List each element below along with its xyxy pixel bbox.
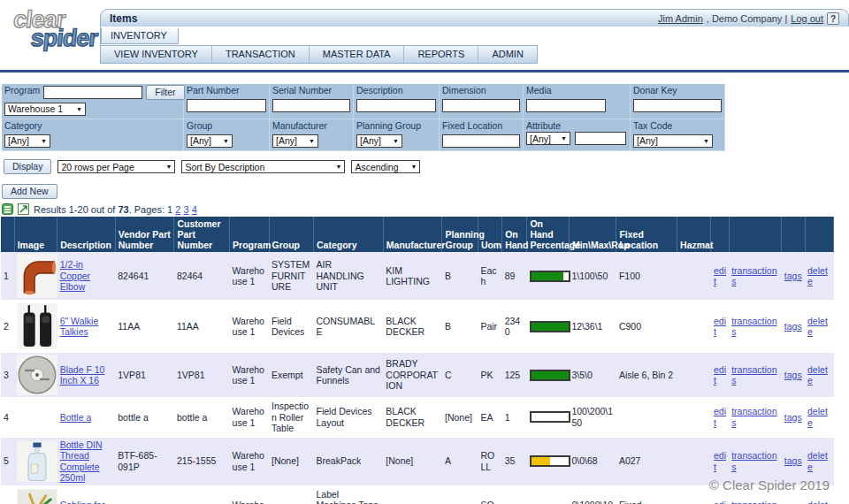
sort-by-select[interactable]: Sort By Description▼ — [181, 160, 345, 173]
group-cell: [None] — [269, 437, 314, 486]
edit-link[interactable]: edit — [714, 450, 726, 472]
fixed-location-input[interactable] — [442, 134, 520, 148]
attribute-select[interactable]: [Any]▼ — [526, 132, 570, 145]
pages-label: Pages: — [134, 204, 167, 215]
edit-link[interactable]: edit — [714, 406, 726, 428]
description-input[interactable] — [356, 99, 436, 112]
transactions-link[interactable]: transactions — [731, 265, 776, 287]
min-max-rop-cell: 12\36\1 — [569, 301, 616, 352]
program-select[interactable]: Warehouse 1▼ — [4, 103, 86, 116]
tab-inventory[interactable]: INVENTORY — [101, 28, 179, 44]
hazmat-cell — [677, 252, 711, 301]
attribute-input[interactable] — [575, 132, 626, 145]
tax-code-select[interactable]: [Any]▼ — [633, 134, 713, 148]
fixed-location-cell — [616, 398, 677, 437]
delete-link[interactable]: delete — [807, 316, 828, 338]
transactions-link[interactable]: transactions — [731, 364, 776, 386]
item-description-link[interactable]: Bottle a — [60, 412, 92, 423]
rows-per-page-select[interactable]: 20 rows per Page▼ — [57, 160, 175, 173]
row-number: 3 — [1, 352, 14, 398]
tags-link[interactable]: tags — [784, 370, 802, 380]
header-divider — [0, 70, 849, 73]
on-hand-cell: 1 — [502, 398, 527, 437]
edit-link[interactable]: edit — [714, 316, 726, 338]
col-tags — [782, 217, 805, 252]
col-min-max-rop: Min\Max\Rop — [569, 217, 616, 252]
transactions-link[interactable]: transactions — [731, 406, 776, 428]
display-toolbar: Display 20 rows per Page▼ Sort By Descri… — [4, 159, 849, 174]
menu-view-inventory[interactable]: VIEW INVENTORY — [101, 46, 212, 63]
category-cell: CONSUMABLE — [314, 301, 384, 352]
delete-link[interactable]: delete — [807, 500, 828, 504]
program-cell: Warehouse 1 — [230, 301, 269, 352]
filter-part-number-cell: Part Number — [184, 84, 270, 119]
group-select[interactable]: [Any]▼ — [187, 134, 233, 148]
menu-reports[interactable]: REPORTS — [404, 46, 478, 63]
tags-link[interactable]: tags — [784, 271, 802, 281]
menu-admin[interactable]: ADMIN — [478, 46, 536, 63]
col-fixed-location: Fixed Location — [616, 217, 677, 252]
page-link-4[interactable]: 4 — [192, 204, 197, 215]
on-hand-bar — [530, 455, 570, 467]
sort-order-select[interactable]: Ascending▼ — [351, 160, 420, 173]
edit-link[interactable]: edit — [714, 500, 726, 504]
logo-text-spider: spider — [30, 29, 98, 48]
customer-cell: 1VP81 — [174, 352, 230, 398]
transactions-link[interactable]: transactions — [731, 500, 776, 504]
display-button[interactable]: Display — [4, 159, 51, 174]
serial-number-input[interactable] — [272, 99, 350, 112]
export-csv-icon[interactable] — [2, 203, 13, 215]
on-hand-percentage-cell — [527, 437, 569, 486]
col-vendor-part: Vendor Part Number — [115, 217, 174, 252]
menu-master-data[interactable]: MASTER DATA — [310, 46, 405, 63]
tags-link[interactable]: tags — [784, 321, 802, 332]
results-count: Results 1-20 out of — [34, 204, 118, 215]
edit-link[interactable]: edit — [714, 265, 726, 287]
col-manufacturer: Manufacturer — [383, 217, 442, 252]
donar-key-input[interactable] — [633, 99, 722, 112]
item-description-link[interactable]: 1/2-in Copper Elbow — [60, 259, 90, 292]
add-new-button[interactable]: Add New — [2, 184, 57, 199]
hazmat-cell — [677, 398, 711, 437]
tags-link[interactable]: tags — [784, 455, 802, 466]
filter-serial-number-cell: Serial Number — [270, 84, 354, 119]
planning-group-select[interactable]: [Any]▼ — [356, 134, 402, 148]
company-label: , Demo Company | — [707, 13, 788, 24]
delete-link[interactable]: delete — [807, 406, 828, 428]
edit-link[interactable]: edit — [714, 364, 726, 386]
item-description-link[interactable]: 6" Walkie Talkies — [60, 316, 99, 338]
filter-category-cell: Category [Any]▼ — [2, 119, 184, 151]
hazmat-cell — [677, 352, 711, 398]
item-image — [17, 254, 57, 298]
fixed-location-cell: Fixed Location — [616, 486, 677, 504]
category-cell: Safety Can and Funnels — [314, 352, 384, 398]
media-input[interactable] — [526, 99, 606, 112]
tags-link[interactable]: tags — [784, 412, 802, 423]
help-icon[interactable]: ? — [827, 12, 839, 25]
delete-link[interactable]: delete — [807, 450, 828, 472]
filter-button[interactable]: Filter — [146, 85, 184, 100]
chevron-down-icon: ▼ — [166, 164, 172, 170]
item-description-link[interactable]: Blade F 10 Inch X 16 — [60, 364, 105, 386]
transactions-link[interactable]: transactions — [731, 450, 776, 472]
user-name-link[interactable]: Jim Admin — [658, 13, 703, 24]
logout-link[interactable]: Log out — [791, 13, 823, 24]
dimension-input[interactable] — [442, 99, 520, 112]
delete-link[interactable]: delete — [807, 265, 828, 287]
planning-cell: B — [442, 301, 478, 352]
category-select[interactable]: [Any]▼ — [4, 134, 50, 148]
menu-transaction[interactable]: TRANSACTION — [212, 46, 310, 63]
filter-group-cell: Group [Any]▼ — [184, 119, 270, 151]
item-description-link[interactable]: Bottle DIN Thread Complete 250ml — [60, 439, 103, 484]
page-link-3[interactable]: 3 — [183, 204, 188, 215]
program-input[interactable] — [43, 86, 142, 99]
transactions-link[interactable]: transactions — [731, 316, 776, 338]
part-number-input[interactable] — [187, 99, 266, 112]
export-excel-icon[interactable] — [18, 203, 29, 215]
program-cell: Warehouse 1 — [230, 437, 269, 486]
manufacturer-select[interactable]: [Any]▼ — [272, 134, 318, 148]
item-description-link[interactable]: Cabling for LS-100 — [60, 500, 105, 504]
group-cell: Raw — [269, 486, 314, 504]
page-link-2[interactable]: 2 — [175, 204, 180, 215]
delete-link[interactable]: delete — [807, 364, 828, 386]
